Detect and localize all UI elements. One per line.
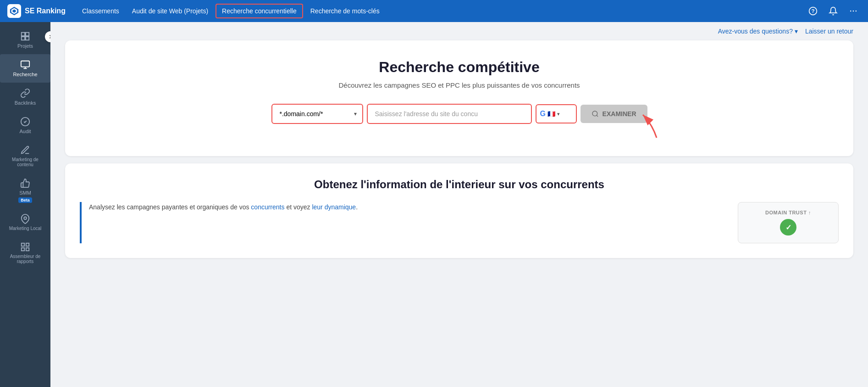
competitor-input[interactable] — [368, 105, 531, 123]
svg-rect-19 — [26, 248, 29, 251]
svg-rect-11 — [26, 37, 29, 40]
second-card-content: Analysez les campagnes payantes et organ… — [80, 202, 839, 243]
sidebar-label-recherche: Recherche — [13, 72, 37, 77]
svg-rect-12 — [21, 61, 29, 67]
more-icon-btn[interactable] — [846, 4, 861, 18]
sidebar-item-smm[interactable]: SMM Beta — [0, 173, 50, 208]
competitor-input-wrapper[interactable] — [367, 104, 532, 124]
sidebar-item-marketing-contenu[interactable]: Marketing de contenu — [0, 140, 50, 173]
sidebar-item-marketing-local[interactable]: Marketing Local — [0, 208, 50, 236]
main-search-card: Recherche compétitive Découvrez les camp… — [65, 40, 853, 156]
chevron-down-icon: ▾ — [795, 28, 798, 35]
brand-name: SE Ranking — [25, 7, 66, 15]
domain-trust-label: DOMAIN TRUST ↑ — [765, 210, 811, 215]
brand-logo[interactable]: SE Ranking — [7, 4, 66, 18]
sidebar-label-projets: Projets — [17, 43, 33, 49]
svg-rect-20 — [22, 248, 24, 251]
svg-point-21 — [592, 111, 597, 116]
svg-rect-18 — [26, 243, 29, 246]
domain-trust-card: DOMAIN TRUST ↑ ✓ — [738, 202, 839, 243]
nav-recherche-concurrentielle[interactable]: Recherche concurrentielle — [216, 4, 303, 18]
sidebar-label-marketing-local: Marketing Local — [9, 226, 42, 231]
second-card-body: Analysez les campagnes payantes et organ… — [89, 202, 727, 213]
flag-icon: 🇫🇷 — [547, 110, 555, 118]
domain-trust-value: ✓ — [785, 223, 791, 232]
sidebar-item-recherche[interactable]: Recherche — [0, 54, 50, 83]
search-row: *.domain.com/* domain.com *.domain.com ▾… — [271, 104, 647, 124]
svg-point-7 — [856, 11, 857, 12]
svg-point-16 — [24, 217, 27, 219]
second-card-title: Obtenez l'information de l'interieur sur… — [80, 178, 839, 191]
main-card-subtitle: Découvrez les campagnes SEO et PPC les p… — [338, 81, 580, 89]
feedback-link[interactable]: Laisser un retour — [805, 28, 853, 35]
svg-rect-8 — [22, 33, 25, 36]
dynamique-link[interactable]: leur dynamique — [312, 203, 356, 211]
svg-point-6 — [853, 11, 854, 12]
text-col: Analysez les campagnes payantes et organ… — [80, 202, 727, 243]
main-card-title: Recherche compétitive — [379, 59, 539, 76]
sidebar-label-assembleur: Assembleur de rapports — [4, 254, 47, 264]
nav-items: Classements Audit de site Web (Projets) … — [77, 4, 802, 18]
sidebar-item-projets[interactable]: Projets — [0, 26, 50, 54]
svg-rect-9 — [26, 33, 29, 36]
smm-beta-badge: Beta — [18, 197, 32, 203]
sidebar-label-backlinks: Backlinks — [15, 100, 36, 106]
sidebar-item-assembleur[interactable]: Assembleur de rapports — [0, 236, 50, 269]
sidebar-label-marketing-contenu: Marketing de contenu — [4, 157, 47, 167]
header-actions: Avez-vous des questions? ▾ Laisser un re… — [50, 22, 868, 37]
top-navigation: SE Ranking Classements Audit de site Web… — [0, 0, 868, 22]
content-area: Avez-vous des questions? ▾ Laisser un re… — [50, 22, 868, 387]
concurrents-link[interactable]: concurrents — [251, 203, 284, 211]
sidebar-label-audit: Audit — [19, 129, 31, 134]
country-arrow-icon: ▾ — [557, 111, 560, 117]
search-icon — [592, 110, 599, 118]
nav-audit-site[interactable]: Audit de site Web (Projets) — [127, 5, 214, 17]
svg-rect-10 — [22, 37, 25, 40]
red-arrow-svg — [629, 110, 666, 142]
help-icon-btn[interactable]: ? — [806, 4, 820, 18]
svg-rect-17 — [22, 243, 24, 246]
country-select-wrapper[interactable]: G 🇫🇷 ▾ — [536, 104, 577, 123]
sidebar: Projets Recherche Backlinks Audit Market… — [0, 22, 50, 387]
svg-line-22 — [597, 115, 598, 117]
top-nav-right: ? — [806, 4, 861, 18]
nav-mots-cles[interactable]: Recherche de mots-clés — [305, 5, 385, 17]
sidebar-label-smm: SMM — [19, 190, 31, 196]
nav-classements[interactable]: Classements — [77, 5, 125, 17]
sidebar-item-backlinks[interactable]: Backlinks — [0, 83, 50, 111]
svg-text:?: ? — [811, 8, 814, 14]
sidebar-item-audit[interactable]: Audit — [0, 111, 50, 140]
feedback-link-text: Laisser un retour — [805, 28, 853, 35]
domain-select[interactable]: *.domain.com/* domain.com *.domain.com — [272, 105, 348, 123]
logo-icon — [7, 4, 21, 18]
bell-icon-btn[interactable] — [826, 4, 840, 18]
svg-point-5 — [850, 11, 851, 12]
domain-trust-badge: ✓ — [780, 219, 796, 236]
domain-select-arrow-icon: ▾ — [348, 111, 362, 117]
google-g-icon: G — [540, 110, 546, 118]
help-link[interactable]: Avez-vous des questions? ▾ — [718, 28, 798, 35]
help-link-text: Avez-vous des questions? — [718, 28, 793, 35]
arrow-annotation — [271, 124, 647, 138]
second-card: Obtenez l'information de l'interieur sur… — [65, 163, 853, 258]
country-select-inner[interactable]: G 🇫🇷 ▾ — [536, 105, 564, 123]
domain-select-wrapper[interactable]: *.domain.com/* domain.com *.domain.com ▾ — [271, 104, 363, 124]
